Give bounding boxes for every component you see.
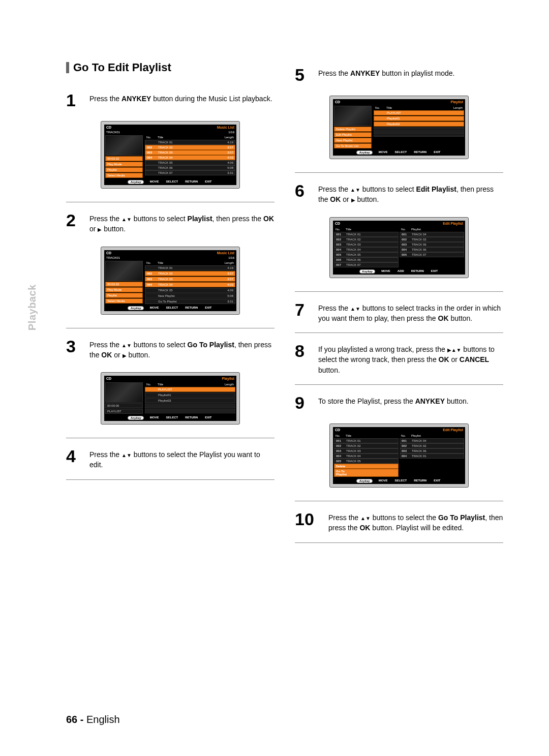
- table-row: 001TRACK 01: [334, 438, 399, 443]
- step-text: Press the buttons to select Go To Playli…: [89, 338, 274, 360]
- osd-row-list-1: TRACK 014:19002TRACK 023:57003TRACK 033:…: [145, 140, 235, 175]
- table-row: TRACK 073:31: [145, 170, 235, 175]
- table-row: 002TRACK 02: [400, 443, 464, 448]
- step-number: 2: [66, 211, 84, 234]
- up-down-icon: [360, 513, 371, 522]
- table-row: 007TRACK 07: [334, 262, 399, 267]
- up-down-icon: [121, 450, 132, 459]
- step-4: 4 Press the buttons to select the Playli…: [66, 442, 274, 477]
- step-2: 2 Press the buttons to select Playlist, …: [66, 206, 274, 241]
- osd-playlist: CDPlaylist 00:00:00 PLAYLIST No.TitleLen…: [66, 372, 274, 425]
- step-number: 7: [295, 301, 313, 324]
- album-thumb: [105, 135, 143, 156]
- step-8: 8 If you playlisted a wrong track, press…: [295, 337, 503, 382]
- divider: [66, 328, 274, 328]
- table-row: 004TRACK 01: [400, 453, 464, 459]
- table-row: TRACK 014:19: [145, 140, 235, 145]
- left-column: Go To Edit Playlist 1 Press the ANYKEY b…: [66, 61, 274, 695]
- divider: [295, 384, 503, 385]
- step-text: To store the Playlist, press the ANYKEY …: [318, 394, 469, 411]
- table-row: 003TRACK 03: [334, 448, 399, 453]
- content: Go To Edit Playlist 1 Press the ANYKEY b…: [66, 61, 503, 695]
- album-thumb: [105, 382, 143, 403]
- play-icon: [123, 351, 127, 359]
- divider: [295, 542, 503, 543]
- table-row: 001TRACK 04: [400, 438, 464, 443]
- page-number: 66 -: [66, 714, 83, 725]
- step-text: Press the buttons to select tracks in th…: [318, 301, 503, 324]
- up-down-icon: [350, 304, 360, 312]
- step-number: 4: [66, 447, 84, 470]
- table-row: 006TRACK 06: [334, 257, 399, 262]
- step-7: 7 Press the buttons to select tracks in …: [295, 296, 503, 331]
- divider: [66, 202, 274, 202]
- step-text: Press the ANYKEY button during the Music…: [89, 92, 272, 109]
- table-row: TRACK 054:09: [145, 160, 235, 165]
- table-row: 004TRACK 06: [400, 247, 464, 252]
- play-icon: [351, 195, 355, 203]
- anykey-icon: Anykey: [356, 479, 372, 483]
- table-row: 003TRACK 033:57: [145, 150, 235, 155]
- osd-edit-playlist-1: CDEdit Playlist No.Title 001TRACK 01002T…: [295, 217, 503, 278]
- section-title: Go To Edit Playlist: [66, 61, 274, 74]
- divider: [295, 291, 503, 292]
- table-row: 005TRACK 05: [334, 252, 399, 257]
- table-row: Delete: [334, 464, 399, 469]
- album-thumb: [334, 106, 372, 126]
- step-number: 1: [66, 92, 84, 109]
- divider: [295, 332, 503, 333]
- edit-right-list: 001TRACK 04002TRACK 02003TRACK 06004TRAC…: [400, 232, 464, 257]
- step-1: 1 Press the ANYKEY button during the Mus…: [66, 86, 274, 116]
- divider: [66, 479, 274, 480]
- divider: [295, 501, 503, 501]
- step-5: 5 Press the ANYKEY button in playlist mo…: [295, 61, 503, 90]
- page-footer: 66 - English: [66, 714, 120, 725]
- anykey-icon: Anykey: [128, 180, 143, 184]
- edit-left-list: 001TRACK 01002TRACK 02003TRACK 03004TRAC…: [334, 232, 399, 267]
- osd-edit-playlist-2: CDEdit Playlist No.Title 001TRACK 01002T…: [295, 424, 503, 488]
- table-row: 004TRACK 044:03: [145, 155, 235, 160]
- title-bar-icon: [66, 62, 69, 73]
- step-10: 10 Press the buttons to select the Go To…: [295, 505, 503, 540]
- osd-music-list-1: CDMusic List TRACK011/16 00:02:22 Play M…: [66, 121, 274, 189]
- side-tab-playback: Playback: [26, 284, 38, 330]
- table-row: 001TRACK 04: [400, 232, 464, 237]
- table-row: 005TRACK 07: [400, 252, 464, 257]
- table-row: 003TRACK 03: [334, 242, 399, 247]
- page-language: English: [86, 714, 120, 725]
- step-number: 3: [66, 338, 84, 360]
- step-9: 9 To store the Playlist, press the ANYKE…: [295, 389, 503, 418]
- album-thumb: [105, 261, 143, 281]
- table-row: 005TRACK 05: [334, 459, 399, 464]
- divider: [295, 172, 503, 173]
- right-up-down-icon: [447, 345, 462, 353]
- up-down-icon: [350, 185, 360, 193]
- step-text: Press the buttons to select Edit Playlis…: [318, 182, 503, 205]
- edit-right-list-2: 001TRACK 04002TRACK 02003TRACK 06004TRAC…: [400, 438, 464, 459]
- anykey-icon: Anykey: [356, 150, 372, 155]
- step-text: Press the buttons to select the Playlist…: [89, 447, 274, 470]
- table-row: 004TRACK 04: [334, 247, 399, 252]
- step-3: 3 Press the buttons to select Go To Play…: [66, 332, 274, 368]
- up-down-icon: [121, 341, 132, 349]
- section-title-text: Go To Edit Playlist: [73, 61, 171, 74]
- manual-page: Playback Go To Edit Playlist 1 Press the…: [0, 0, 549, 756]
- step-text: If you playlisted a wrong track, press t…: [318, 342, 503, 375]
- table-row: 003TRACK 06: [400, 448, 464, 453]
- step-text: Press the buttons to select the Go To Pl…: [328, 510, 503, 533]
- anykey-icon: Anykey: [128, 416, 143, 420]
- step-number: 9: [295, 394, 313, 411]
- step-text: Press the ANYKEY button in playlist mode…: [318, 66, 454, 83]
- anykey-icon: Anykey: [359, 269, 375, 274]
- table-row: 003TRACK 06: [400, 242, 464, 247]
- edit-left-list-2: 001TRACK 01002TRACK 02003TRACK 03004TRAC…: [334, 438, 399, 477]
- step-number: 10: [295, 510, 323, 533]
- table-row: Go To Playlist: [334, 469, 399, 477]
- step-number: 8: [295, 342, 313, 375]
- table-row: 001TRACK 01: [334, 232, 399, 237]
- up-down-icon: [121, 215, 132, 223]
- osd-playlist-menu: CDPlaylist Delete Playlist Edit Playlist…: [295, 96, 503, 159]
- step-text: Press the buttons to select Playlist, th…: [89, 211, 274, 234]
- anykey-icon: Anykey: [128, 306, 143, 310]
- step-6: 6 Press the buttons to select Edit Playl…: [295, 177, 503, 212]
